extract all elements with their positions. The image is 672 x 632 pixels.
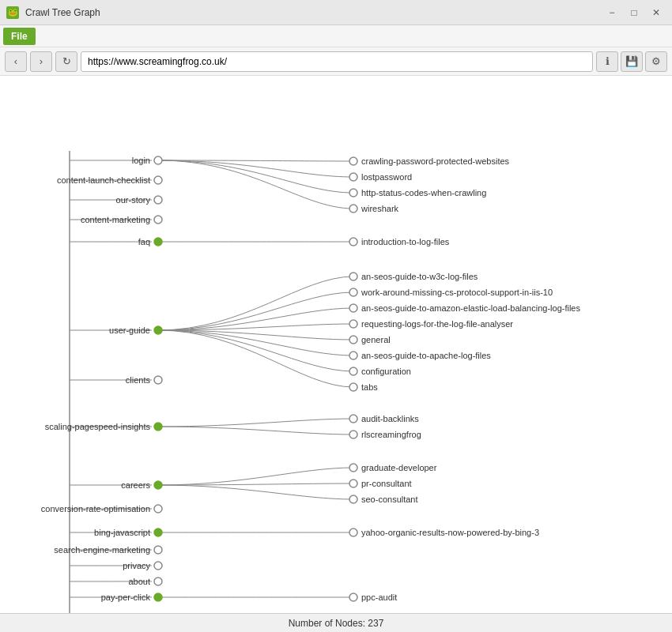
svg-text:content-launch-checklist: content-launch-checklist <box>57 175 150 185</box>
info-button[interactable]: ℹ <box>596 51 618 72</box>
svg-point-24 <box>349 238 357 246</box>
svg-point-34 <box>349 431 357 438</box>
svg-point-14 <box>154 577 162 585</box>
svg-point-38 <box>349 529 357 536</box>
svg-point-35 <box>349 464 357 472</box>
svg-text:an-seos-guide-to-w3c-log-files: an-seos-guide-to-w3c-log-files <box>361 272 478 281</box>
svg-text:privacy: privacy <box>123 561 150 570</box>
svg-point-8 <box>154 423 162 431</box>
svg-point-32 <box>349 383 357 391</box>
svg-point-1 <box>154 156 162 164</box>
svg-point-31 <box>349 367 357 375</box>
svg-text:about: about <box>128 577 150 586</box>
svg-point-39 <box>349 593 357 601</box>
svg-text:content-marketing: content-marketing <box>81 215 150 224</box>
svg-text:wireshark: wireshark <box>361 204 399 213</box>
svg-point-23 <box>349 205 357 213</box>
svg-text:clients: clients <box>126 375 151 385</box>
back-button[interactable]: ‹ <box>5 51 27 72</box>
svg-point-28 <box>349 320 357 328</box>
svg-text:tabs: tabs <box>361 382 378 392</box>
svg-text:rlscreamingfrog: rlscreamingfrog <box>361 430 421 439</box>
svg-point-22 <box>349 189 357 197</box>
maximize-button[interactable]: □ <box>625 5 644 21</box>
svg-text:general: general <box>361 335 391 344</box>
app-icon: 🐸 <box>6 6 19 19</box>
close-button[interactable]: ✕ <box>647 5 666 21</box>
svg-point-29 <box>349 336 357 344</box>
svg-text:requesting-logs-for-the-log-fi: requesting-logs-for-the-log-file-analyse… <box>361 319 513 329</box>
svg-text:an-seos-guide-to-amazon-elasti: an-seos-guide-to-amazon-elastic-load-bal… <box>361 303 580 313</box>
forward-button[interactable]: › <box>30 51 52 72</box>
svg-point-33 <box>349 415 357 423</box>
svg-point-4 <box>154 216 162 224</box>
svg-point-30 <box>349 352 357 359</box>
svg-text:configuration: configuration <box>361 367 411 376</box>
svg-point-27 <box>349 304 357 312</box>
svg-text:introduction-to-log-files: introduction-to-log-files <box>361 237 450 246</box>
svg-text:work-around-missing-cs-protoco: work-around-missing-cs-protocol-support-… <box>361 288 553 297</box>
svg-point-26 <box>349 288 357 296</box>
svg-text:scaling-pagespeed-insights: scaling-pagespeed-insights <box>45 422 151 431</box>
svg-point-2 <box>154 176 162 184</box>
graph-area: login content-launch-checklist our-story… <box>0 76 672 613</box>
svg-text:http-status-codes-when-crawlin: http-status-codes-when-crawling <box>361 188 486 198</box>
svg-point-12 <box>154 546 162 554</box>
node-count: Number of Nodes: 237 <box>289 618 384 629</box>
svg-point-3 <box>154 196 162 204</box>
svg-point-37 <box>349 495 357 503</box>
svg-text:audit-backlinks: audit-backlinks <box>361 414 419 423</box>
svg-point-15 <box>154 593 162 601</box>
toolbar: ‹ › ↻ ℹ 💾 ⚙ <box>0 47 672 76</box>
window-controls: − □ ✕ <box>602 5 666 21</box>
minimize-button[interactable]: − <box>602 5 621 21</box>
svg-point-11 <box>154 529 162 536</box>
svg-point-36 <box>349 480 357 487</box>
svg-text:our-story: our-story <box>116 195 151 205</box>
svg-text:login: login <box>132 156 150 165</box>
title-bar: 🐸 Crawl Tree Graph − □ ✕ <box>0 0 672 25</box>
settings-button[interactable]: ⚙ <box>645 51 667 72</box>
svg-text:user-guide: user-guide <box>109 325 150 335</box>
file-menu[interactable]: File <box>3 28 36 45</box>
toolbar-right: ℹ 💾 ⚙ <box>596 51 667 72</box>
svg-text:crawling-password-protected-we: crawling-password-protected-websites <box>361 156 510 166</box>
svg-text:careers: careers <box>121 480 150 490</box>
refresh-button[interactable]: ↻ <box>55 51 77 72</box>
status-bar: Number of Nodes: 237 <box>0 613 672 632</box>
svg-text:an-seos-guide-to-apache-log-fi: an-seos-guide-to-apache-log-files <box>361 351 491 360</box>
svg-text:pay-per-click: pay-per-click <box>101 592 151 602</box>
svg-text:conversion-rate-optimisation: conversion-rate-optimisation <box>41 504 150 514</box>
url-input[interactable] <box>81 51 593 72</box>
svg-text:search-engine-marketing: search-engine-marketing <box>54 545 150 555</box>
svg-text:pr-consultant: pr-consultant <box>361 479 412 488</box>
svg-text:faq: faq <box>138 237 150 246</box>
svg-text:seo-consultant: seo-consultant <box>361 495 418 504</box>
svg-point-7 <box>154 376 162 384</box>
window-title: Crawl Tree Graph <box>25 7 602 18</box>
svg-text:ppc-audit: ppc-audit <box>361 592 397 602</box>
svg-point-6 <box>154 326 162 334</box>
svg-point-21 <box>349 173 357 181</box>
svg-text:lostpassword: lostpassword <box>361 172 412 182</box>
svg-point-5 <box>154 238 162 246</box>
svg-text:graduate-developer: graduate-developer <box>361 463 437 472</box>
svg-point-13 <box>154 562 162 570</box>
svg-point-10 <box>154 505 162 513</box>
svg-text:bing-javascript: bing-javascript <box>94 528 150 537</box>
save-button[interactable]: 💾 <box>621 51 643 72</box>
menu-bar: File <box>0 25 672 47</box>
svg-point-20 <box>349 157 357 165</box>
svg-text:yahoo-organic-results-now-powe: yahoo-organic-results-now-powered-by-bin… <box>361 528 539 537</box>
graph-svg: login content-launch-checklist our-story… <box>0 76 672 613</box>
svg-point-25 <box>349 273 357 280</box>
svg-point-9 <box>154 481 162 489</box>
